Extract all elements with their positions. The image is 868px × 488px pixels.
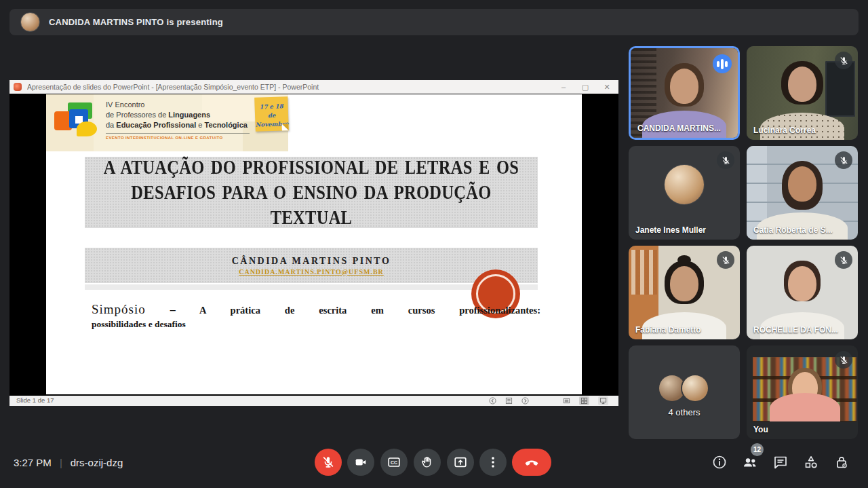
host-controls-icon[interactable] <box>833 454 850 470</box>
participant-name: You <box>753 425 768 434</box>
participant-tile-you[interactable]: You <box>747 345 858 439</box>
participant-name: ROCHELLE DA FON... <box>753 325 838 335</box>
chat-icon[interactable] <box>772 454 789 470</box>
event-logo-icon <box>54 101 98 142</box>
minimize-icon: – <box>559 80 568 94</box>
others-avatars <box>659 375 709 401</box>
normal-view-icon <box>561 396 572 405</box>
event-logo-header: IV Encontro de Professores de Linguagens… <box>46 94 288 151</box>
captions-button[interactable]: CC <box>380 449 408 476</box>
previous-slide-icon <box>488 396 498 405</box>
presenting-text: CANDIDA MARTINS PINTO is presenting <box>49 17 223 27</box>
event-subtitle: EVENTO INTERINSTITUCIONAL ON-LINE E GRAT… <box>106 135 265 140</box>
powerpoint-icon <box>14 83 22 91</box>
divider: | <box>60 457 62 468</box>
participant-tile-fabiana[interactable]: Fabiana Dametto <box>629 246 740 339</box>
svg-text:CC: CC <box>391 460 397 465</box>
participant-tile-rochelle[interactable]: ROCHELLE DA FON... <box>747 246 858 339</box>
more-options-button[interactable] <box>479 449 507 476</box>
author-band: CÂNDIDA MARTINS PINTO CANDIDA.MARTINS.PI… <box>85 248 538 283</box>
people-icon[interactable] <box>742 454 758 470</box>
clock-time: 3:27 PM <box>14 457 52 468</box>
slide-show-view-icon <box>598 396 608 405</box>
mic-off-icon <box>717 251 734 269</box>
activities-icon[interactable] <box>803 454 819 470</box>
mic-off-icon <box>835 351 852 369</box>
mic-off-icon <box>835 52 852 69</box>
mic-off-icon <box>835 251 852 269</box>
mic-off-icon <box>835 151 852 169</box>
meeting-code: drs-ozij-dzg <box>71 457 123 468</box>
slide-title-line1: A ATUAÇÃO DO PROFISSIONAL DE LETRAS E OS <box>104 156 519 177</box>
next-slide-icon <box>520 396 530 405</box>
texture-strip <box>85 284 538 290</box>
close-icon: ✕ <box>602 80 612 94</box>
participant-name: Lucinara Correa <box>753 126 816 135</box>
participant-name: 4 others <box>629 407 740 417</box>
powerpoint-statusbar: Slide 1 de 17 <box>9 396 618 406</box>
camera-button[interactable] <box>347 449 374 476</box>
slide-sorter-view-icon <box>579 396 589 405</box>
present-screen-button[interactable] <box>447 449 474 476</box>
raise-hand-button[interactable] <box>414 449 441 476</box>
author-email-link: CANDIDA.MARTINS.PINTO@UFSM.BR <box>239 268 384 276</box>
pen-menu-icon <box>504 396 514 405</box>
slide-title-line2: DESAFIOS PARA O ENSINO DA PRODUÇÃO TEXTU… <box>131 181 491 227</box>
slide-title-band: A ATUAÇÃO DO PROFISSIONAL DE LETRAS E OS… <box>85 157 538 228</box>
mic-off-icon <box>717 151 734 169</box>
participant-tile-catia[interactable]: Catia Roberta de S... <box>747 146 858 240</box>
maximize-icon: ▢ <box>580 80 590 94</box>
hang-up-button[interactable] <box>512 449 551 476</box>
presenter-avatar <box>20 12 40 32</box>
mic-off-button[interactable] <box>315 449 342 476</box>
participant-tile-candida[interactable]: CANDIDA MARTINS... <box>629 46 740 140</box>
event-title-block: IV Encontro de Professores de Linguagens… <box>106 100 265 140</box>
powerpoint-titlebar: Apresentação de slides do PowerPoint - [… <box>9 80 618 94</box>
participant-tile-lucinara[interactable]: Lucinara Correa <box>747 46 858 140</box>
participant-name: Fabiana Dametto <box>635 325 701 335</box>
participant-name: Catia Roberta de S... <box>753 225 833 235</box>
participant-tile-others[interactable]: 4 others <box>629 345 740 439</box>
powerpoint-window-title: Apresentação de slides do PowerPoint - [… <box>27 83 559 91</box>
participant-name: Janete Ines Muller <box>635 225 706 235</box>
shared-screen-powerpoint-window: Apresentação de slides do PowerPoint - [… <box>9 80 618 406</box>
participant-name: CANDIDA MARTINS... <box>637 124 721 133</box>
audio-speaking-icon <box>713 54 732 73</box>
footer-meeting-info: 3:27 PM | drs-ozij-dzg <box>14 452 123 472</box>
slide: IV Encontro de Professores de Linguagens… <box>46 94 582 394</box>
sticky-note: 17 e 18 de Novembro <box>254 96 289 132</box>
participant-count-badge: 12 <box>751 443 764 456</box>
slide-counter: Slide 1 de 17 <box>16 396 54 404</box>
participant-avatar <box>665 165 704 204</box>
participant-tile-janete[interactable]: Janete Ines Muller <box>629 146 740 240</box>
info-icon[interactable] <box>711 454 728 470</box>
presenting-banner: CANDIDA MARTINS PINTO is presenting <box>9 9 859 35</box>
symposium-text: Simpósio – A prática de escrita em curso… <box>92 302 540 330</box>
author-name: CÂNDIDA MARTINS PINTO <box>232 256 391 267</box>
